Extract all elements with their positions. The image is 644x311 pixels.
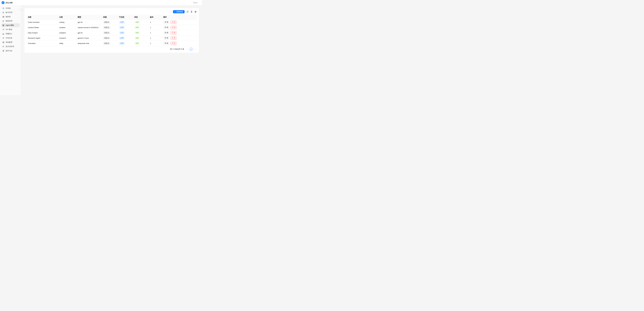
visibility-badge: 公开 [119, 37, 125, 40]
column-settings-button[interactable] [194, 11, 196, 13]
cell-model: deepseek-chat [77, 41, 102, 46]
column-header-source: 来源 [102, 15, 118, 20]
sidebar-item-label: 系统配置 [6, 41, 12, 44]
sidebar-item-providers[interactable]: 服务商 [1, 15, 20, 19]
sidebar-item-relay-tasks[interactable]: 中转任务 [1, 36, 20, 40]
pagination-prev-button[interactable] [186, 48, 188, 51]
key-icon [2, 29, 4, 31]
sidebar-item-label: 仪表盘 [6, 7, 11, 10]
sidebar: 仪表盘 账号管理 服务商 模型管理 Agent 模板 [0, 5, 21, 95]
column-header-visibility: 可见性 [118, 15, 133, 20]
visibility-badge: 公开 [119, 42, 125, 45]
sidebar-collapse-button[interactable] [20, 7, 22, 10]
detail-button[interactable]: 详 情 [163, 37, 170, 40]
cell-version: 1 [149, 25, 162, 30]
table-row: Content Writer creative claude-sonnet-4-… [27, 25, 196, 30]
sidebar-item-label: 操作日志 [6, 50, 12, 52]
status-badge: 活跃 [134, 32, 140, 34]
source-badge: 自定义 [103, 37, 110, 40]
source-badge: 自定义 [103, 32, 110, 34]
cell-version: 1 [149, 30, 162, 36]
plug-icon [2, 20, 4, 22]
pagination: 第 1-5 条/总共 5 条 1 [27, 48, 196, 51]
detail-button[interactable]: 详 情 [163, 42, 170, 45]
cell-category: coding [58, 20, 77, 25]
users-icon [2, 12, 4, 14]
brand-name: ZCLAW [6, 2, 12, 4]
sidebar-item-label: API 密钥 [6, 28, 12, 31]
sidebar-item-operation-logs[interactable]: 操作日志 [1, 49, 20, 53]
cell-category: research [58, 36, 77, 41]
sidebar-item-agent-templates[interactable]: Agent 模板 [1, 23, 20, 27]
agent-template-card: + 新建模板 [24, 8, 199, 53]
density-button[interactable] [190, 11, 192, 13]
source-badge: 自定义 [103, 26, 110, 29]
user-name[interactable]: Admin [193, 2, 198, 4]
sidebar-item-label: 服务商 [6, 16, 11, 18]
sidebar-item-prompt-management[interactable]: 提示词管理 [1, 45, 20, 49]
cell-model: gpt-4o [77, 20, 102, 25]
plus-icon: + [174, 11, 176, 13]
table-row: Code Assistant coding gpt-4o 自定义 公开 活跃 1… [27, 20, 196, 25]
archive-button[interactable]: 归 档 [170, 26, 177, 29]
cell-category: utility [58, 41, 77, 46]
column-header-status: 状态 [133, 15, 149, 20]
cell-category: analytics [58, 30, 77, 36]
sidebar-item-system-config[interactable]: 系统配置 [1, 40, 20, 44]
pagination-page-1[interactable]: 1 [190, 48, 192, 51]
cell-name: Translator [27, 41, 58, 46]
robot-icon [2, 24, 4, 26]
archive-button[interactable]: 归 档 [170, 21, 177, 24]
table-row: Research Agent research gemini-2.5-pro 自… [27, 36, 196, 41]
pagination-summary: 第 1-5 条/总共 5 条 [170, 48, 184, 50]
sidebar-item-label: 用量统计 [6, 33, 12, 35]
pagination-next-button[interactable] [194, 48, 196, 51]
cloud-icon [2, 16, 4, 18]
archive-button[interactable]: 归 档 [170, 37, 177, 40]
brand: Z ZCLAW [2, 1, 12, 4]
sidebar-item-accounts[interactable]: 账号管理 [1, 11, 20, 15]
sidebar-item-label: Agent 模板 [6, 24, 14, 27]
sidebar-item-models[interactable]: 模型管理 [1, 19, 20, 23]
table-row: Translator utility deepseek-chat 自定义 公开 … [27, 41, 196, 46]
chevron-left-icon [186, 49, 188, 50]
dashboard-gauge-icon [2, 7, 4, 9]
status-badge: 活跃 [134, 37, 140, 40]
status-badge: 活跃 [134, 26, 140, 29]
sidebar-item-usage-stats[interactable]: 用量统计 [1, 32, 20, 36]
sidebar-item-api-keys[interactable]: API 密钥 [1, 28, 20, 32]
column-header-version: 版本 [149, 15, 162, 20]
cell-version: 1 [149, 41, 162, 46]
cell-category: creative [58, 25, 77, 30]
source-badge: 自定义 [103, 21, 110, 24]
archive-button[interactable]: 归 档 [170, 31, 177, 34]
visibility-badge: 公开 [119, 26, 125, 29]
cell-name: Code Assistant [27, 20, 58, 25]
gear-icon [194, 11, 196, 13]
cell-name: Data Analyst [27, 30, 58, 36]
detail-button[interactable]: 详 情 [163, 21, 170, 24]
cell-name: Content Writer [27, 25, 58, 30]
new-template-button[interactable]: + 新建模板 [173, 10, 184, 13]
new-template-label: 新建模板 [176, 11, 183, 13]
document-icon [2, 50, 4, 52]
sidebar-item-label: 账号管理 [6, 11, 12, 14]
status-badge: 活跃 [134, 21, 140, 24]
sidebar-item-dashboard[interactable]: 仪表盘 [1, 6, 20, 10]
topbar: Z ZCLAW Admin [0, 0, 202, 5]
column-header-name: 名称 [27, 15, 58, 20]
reload-button[interactable] [186, 11, 188, 13]
cell-version: 1 [149, 20, 162, 25]
swap-arrows-icon [2, 37, 4, 39]
visibility-badge: 公开 [119, 21, 125, 24]
table-row: Data Analyst analytics gpt-4o 自定义 公开 活跃 … [27, 30, 196, 36]
agent-template-table: 名称 分类 模型 来源 可见性 状态 版本 操作 Code Assistant … [27, 15, 196, 46]
detail-button[interactable]: 详 情 [163, 31, 170, 34]
archive-button[interactable]: 归 档 [170, 42, 177, 45]
chevron-right-icon [194, 49, 196, 50]
detail-button[interactable]: 详 情 [163, 26, 170, 29]
table-toolbar: + 新建模板 [27, 10, 196, 13]
table-header-row: 名称 分类 模型 来源 可见性 状态 版本 操作 [27, 15, 196, 20]
bar-chart-icon [2, 33, 4, 35]
chat-bubble-icon [2, 46, 4, 48]
